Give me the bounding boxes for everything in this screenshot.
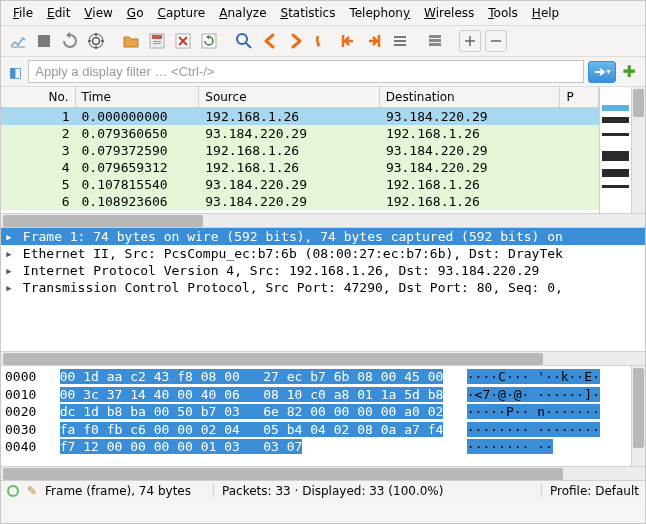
col-header-protocol[interactable]: P [560, 87, 599, 107]
svg-rect-24 [429, 43, 441, 46]
svg-rect-21 [394, 44, 406, 46]
svg-rect-9 [153, 41, 161, 42]
packet-row[interactable]: 30.079372590192.168.1.2693.184.220.29 [1, 142, 599, 159]
packet-row[interactable]: 10.000000000192.168.1.2693.184.220.29 [1, 108, 599, 125]
menu-wireless[interactable]: Wireless [418, 4, 480, 22]
capture-options-icon[interactable] [85, 30, 107, 52]
packet-list-header[interactable]: No. Time Source Destination P [1, 87, 599, 108]
display-filter-input[interactable] [28, 60, 583, 83]
colorize-icon[interactable] [424, 30, 446, 52]
menu-edit[interactable]: Edit [41, 4, 76, 22]
packet-row[interactable]: 50.10781554093.184.220.29192.168.1.26 [1, 176, 599, 193]
status-frame: Frame (frame), 74 bytes [45, 484, 205, 498]
main-toolbar [1, 26, 645, 57]
packet-list-vscroll[interactable] [631, 87, 645, 213]
menu-file[interactable]: File [7, 4, 39, 22]
go-forward-icon[interactable] [285, 30, 307, 52]
menu-statistics[interactable]: Statistics [275, 4, 342, 22]
add-filter-button[interactable]: ✚ [620, 62, 639, 81]
go-back-icon[interactable] [259, 30, 281, 52]
restart-capture-icon[interactable] [59, 30, 81, 52]
detail-line[interactable]: ▸ Internet Protocol Version 4, Src: 192.… [1, 262, 645, 279]
svg-rect-20 [394, 40, 406, 42]
svg-rect-22 [429, 35, 441, 38]
col-header-source[interactable]: Source [199, 87, 380, 107]
start-capture-icon[interactable] [7, 30, 29, 52]
col-header-time[interactable]: Time [76, 87, 200, 107]
edit-capture-comment-icon[interactable]: ✎ [27, 484, 37, 498]
menu-bar: File Edit View Go Capture Analyze Statis… [1, 1, 645, 26]
status-bar: ✎ Frame (frame), 74 bytes Packets: 33 · … [1, 480, 645, 501]
bookmark-icon[interactable]: ◧ [7, 64, 24, 80]
reload-file-icon[interactable] [198, 30, 220, 52]
go-first-icon[interactable] [337, 30, 359, 52]
menu-help[interactable]: Help [526, 4, 565, 22]
close-file-icon[interactable] [172, 30, 194, 52]
detail-line[interactable]: ▸ Transmission Control Protocol, Src Por… [1, 279, 645, 296]
menu-go[interactable]: Go [121, 4, 150, 22]
hex-line[interactable]: 0030 fa f0 fb c6 00 00 02 04 05 b4 04 02… [5, 421, 627, 439]
menu-capture[interactable]: Capture [151, 4, 211, 22]
menu-view[interactable]: View [78, 4, 118, 22]
find-packet-icon[interactable] [233, 30, 255, 52]
open-file-icon[interactable] [120, 30, 142, 52]
menu-telephony[interactable]: Telephony [343, 4, 416, 22]
stop-capture-icon[interactable] [33, 30, 55, 52]
packet-row[interactable]: 60.10892360693.184.220.29192.168.1.26 [1, 193, 599, 210]
packet-row[interactable]: 40.079659312192.168.1.2693.184.220.29 [1, 159, 599, 176]
col-header-no[interactable]: No. [1, 87, 76, 107]
detail-line[interactable]: ▸ Frame 1: 74 bytes on wire (592 bits), … [1, 228, 645, 245]
packet-minimap[interactable] [599, 87, 631, 213]
zoom-in-icon[interactable] [459, 30, 481, 52]
svg-point-1 [89, 34, 103, 48]
status-profile[interactable]: Profile: Default [541, 484, 639, 498]
expert-info-icon[interactable] [7, 485, 19, 497]
packet-list-pane: No. Time Source Destination P 10.0000000… [1, 87, 645, 213]
packet-row[interactable]: 20.07936065093.184.220.29192.168.1.26 [1, 125, 599, 142]
packet-details-pane[interactable]: ▸ Frame 1: 74 bytes on wire (592 bits), … [1, 227, 645, 351]
svg-point-15 [237, 34, 247, 44]
svg-point-2 [93, 38, 100, 45]
status-packets: Packets: 33 · Displayed: 33 (100.0%) [213, 484, 533, 498]
menu-analyze[interactable]: Analyze [213, 4, 272, 22]
save-file-icon[interactable] [146, 30, 168, 52]
hex-hscroll[interactable] [1, 466, 645, 480]
packet-bytes-pane[interactable]: 0000 00 1d aa c2 43 f8 08 00 27 ec b7 6b… [1, 366, 631, 466]
go-to-packet-icon[interactable] [311, 30, 333, 52]
svg-rect-23 [429, 39, 441, 42]
svg-rect-10 [153, 43, 161, 44]
hex-line[interactable]: 0010 00 3c 37 14 40 00 40 06 08 10 c0 a8… [5, 386, 627, 404]
hex-line[interactable]: 0020 dc 1d b8 ba 00 50 b7 03 6e 82 00 00… [5, 403, 627, 421]
svg-rect-0 [38, 35, 50, 47]
detail-line[interactable]: ▸ Ethernet II, Src: PcsCompu_ec:b7:6b (0… [1, 245, 645, 262]
auto-scroll-icon[interactable] [389, 30, 411, 52]
go-last-icon[interactable] [363, 30, 385, 52]
svg-rect-19 [394, 36, 406, 38]
menu-tools[interactable]: Tools [482, 4, 524, 22]
hex-line[interactable]: 0000 00 1d aa c2 43 f8 08 00 27 ec b7 6b… [5, 368, 627, 386]
filter-bar: ◧ ▾ ✚ [1, 57, 645, 87]
details-hscroll[interactable] [1, 351, 645, 365]
svg-rect-8 [152, 35, 162, 39]
hex-vscroll[interactable] [631, 366, 645, 466]
col-header-destination[interactable]: Destination [380, 87, 561, 107]
svg-line-16 [246, 43, 251, 48]
packet-list-hscroll[interactable] [1, 213, 645, 227]
hex-line[interactable]: 0040 f7 12 00 00 00 00 01 03 03 07 ·····… [5, 438, 627, 456]
zoom-out-icon[interactable] [485, 30, 507, 52]
apply-filter-button[interactable]: ▾ [588, 61, 616, 83]
